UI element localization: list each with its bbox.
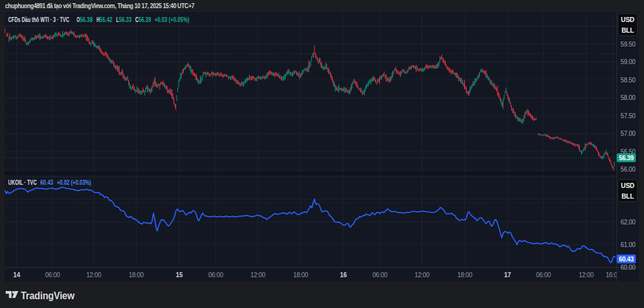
- svg-text:17: 17: [504, 272, 511, 278]
- svg-text:15: 15: [175, 272, 183, 278]
- svg-text:57.00: 57.00: [621, 130, 636, 137]
- svg-text:12:00: 12:00: [579, 272, 594, 278]
- svg-text:56.38: 56.38: [80, 16, 93, 23]
- svg-text:06:00: 06:00: [536, 272, 551, 278]
- svg-text:USD: USD: [621, 182, 635, 189]
- svg-text:BLL: BLL: [621, 192, 634, 200]
- svg-text:16: 16: [340, 272, 347, 278]
- svg-text:14: 14: [13, 272, 21, 278]
- svg-text:06:00: 06:00: [45, 272, 60, 278]
- svg-text:18:00: 18:00: [293, 272, 308, 278]
- svg-text:59.00: 59.00: [621, 58, 636, 65]
- svg-text:CFDs Dầu thô WTI · 3 · TVC: CFDs Dầu thô WTI · 3 · TVC: [8, 16, 69, 23]
- svg-text:12:00: 12:00: [250, 272, 265, 278]
- svg-text:+0.03 (+0.05%): +0.03 (+0.05%): [155, 16, 190, 23]
- svg-text:60.43: 60.43: [619, 256, 634, 263]
- svg-text:57.50: 57.50: [621, 113, 636, 119]
- svg-text:12:00: 12:00: [86, 272, 101, 278]
- svg-text:58.50: 58.50: [621, 77, 636, 84]
- svg-text:61.00: 61.00: [621, 241, 636, 248]
- svg-text:06:00: 06:00: [372, 272, 387, 278]
- svg-text:BLL: BLL: [621, 26, 634, 34]
- svg-text:56.33: 56.33: [119, 16, 132, 23]
- svg-text:18:00: 18:00: [457, 272, 472, 278]
- svg-text:06:00: 06:00: [208, 272, 223, 278]
- svg-text:18:00: 18:00: [129, 272, 144, 278]
- svg-text:56.42: 56.42: [99, 16, 113, 23]
- svg-text:12:00: 12:00: [414, 272, 430, 278]
- svg-text:56.00: 56.00: [621, 166, 636, 173]
- svg-text:+0.02 (+0.03%): +0.02 (+0.03%): [57, 179, 92, 186]
- svg-text:60.00: 60.00: [621, 264, 636, 271]
- svg-text:59.50: 59.50: [621, 41, 636, 48]
- svg-text:56.39: 56.39: [138, 16, 151, 23]
- svg-text:60.43: 60.43: [40, 179, 53, 186]
- svg-text:UKOIL · TVC: UKOIL · TVC: [8, 179, 36, 186]
- svg-text:USD: USD: [621, 16, 635, 23]
- svg-text:58.00: 58.00: [621, 94, 636, 101]
- svg-text:62.00: 62.00: [621, 219, 636, 226]
- svg-text:56.39: 56.39: [619, 155, 634, 162]
